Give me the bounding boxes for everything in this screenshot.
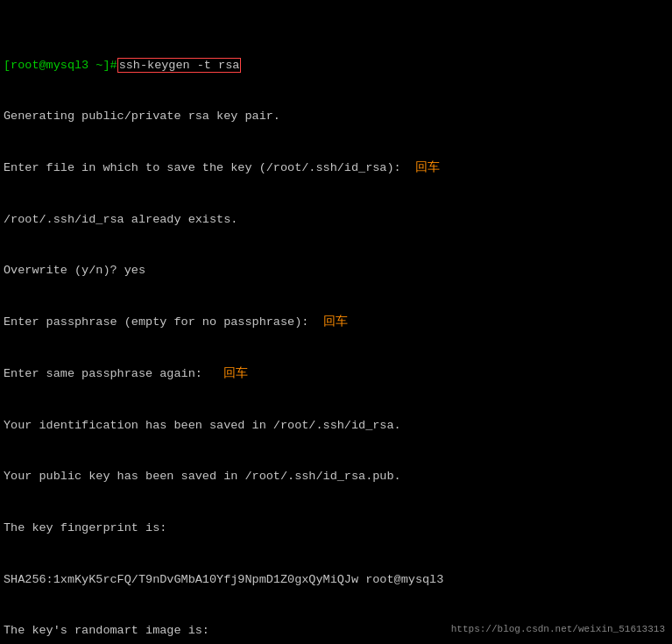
line-10: The key fingerprint is: (4, 520, 668, 537)
line-7-text: Enter same passphrase again: (4, 367, 223, 380)
line-6-text: Enter passphrase (empty for no passphras… (4, 315, 323, 329)
prompt-hash: # (110, 59, 117, 72)
prompt-user: root@mysql3 (11, 59, 88, 72)
line-3-text: Enter file in which to save the key (/ro… (4, 161, 415, 174)
line-4: /root/.ssh/id_rsa already exists. (4, 211, 668, 229)
cmd-ssh-keygen: ssh-keygen -t rsa (117, 58, 242, 73)
prompt-bracket: [ (4, 59, 11, 72)
line-11: SHA256:1xmKyK5rcFQ/T9nDvGMbA10Yfj9NpmD1Z… (4, 571, 668, 589)
watermark: https://blog.csdn.net/weixin_51613313 (451, 623, 665, 637)
line-7-enter: 回车 (223, 367, 248, 380)
line-8: Your identification has been saved in /r… (4, 417, 668, 435)
line-2: Generating public/private rsa key pair. (4, 108, 668, 125)
line-6-enter: 回车 (323, 315, 348, 329)
line-9: Your public key has been saved in /root/… (4, 468, 668, 485)
prompt-bracket-2: ~] (88, 59, 110, 72)
line-7: Enter same passphrase again: 回车 (4, 365, 668, 383)
line-6: Enter passphrase (empty for no passphras… (4, 314, 668, 331)
line-1: [root@mysql3 ~]#ssh-keygen -t rsa (4, 57, 668, 74)
line-5: Overwrite (y/n)? yes (4, 262, 668, 280)
line-3: Enter file in which to save the key (/ro… (4, 159, 668, 177)
terminal: [root@mysql3 ~]#ssh-keygen -t rsa Genera… (0, 0, 672, 644)
line-3-enter: 回车 (415, 161, 440, 174)
